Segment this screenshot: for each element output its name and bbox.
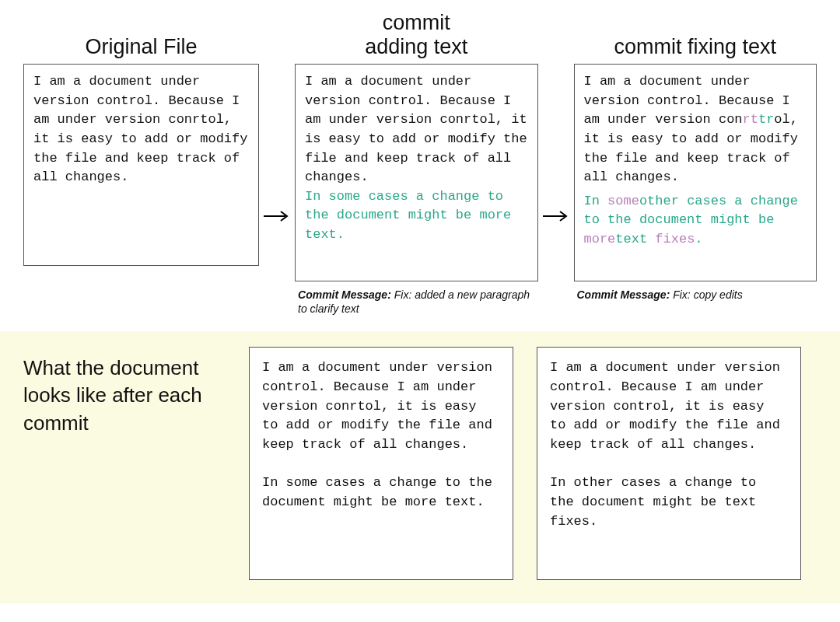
commit1-added: In some cases a change to the document m… [305,189,511,242]
box-commit1: I am a document under version control. B… [295,64,537,281]
c2-p2add2: fixes [655,232,695,246]
column-original: Original File I am a document under vers… [23,8,259,266]
c2-p2del2: more [584,232,616,246]
box-original: I am a document under version control. B… [23,64,259,266]
commit1-message: Commit Message: Fix: added a new paragra… [295,288,537,316]
c2-p2d: . [695,232,702,246]
arrow-icon [543,209,569,223]
c2-add1: tr [758,112,774,127]
commit1-msg-label: Commit Message: [298,288,391,301]
c2-p2a: In [584,194,608,208]
commit2-message: Commit Message: Fix: copy edits [574,288,817,302]
arrow-icon [264,209,290,223]
result-box-1: I am a document under version control. B… [249,347,513,580]
original-text: I am a document under version control. B… [33,74,247,184]
heading-commit2: commit fixing text [614,8,776,59]
c2-del1: rt [743,112,758,127]
heading-original: Original File [85,8,197,59]
column-commit1: commit adding text I am a document under… [295,8,537,316]
c2-p2del1: some [607,194,639,208]
c2-p2c: text [615,232,655,246]
result-box-2: I am a document under version control. B… [537,347,801,580]
commit2-msg-label: Commit Message: [577,288,670,301]
heading-commit1: commit adding text [365,8,467,59]
box-commit2: I am a document under version control. B… [574,64,817,281]
top-row: Original File I am a document under vers… [0,0,840,316]
bottom-section: What the document looks like after each … [0,331,840,603]
commit1-base: I am a document under version control. B… [305,74,527,184]
column-commit2: commit fixing text I am a document under… [574,8,817,302]
commit2-msg-text: Fix: copy edits [670,288,742,301]
c2-p2add1: other [639,194,679,208]
bottom-label: What the document looks like after each … [23,347,226,436]
